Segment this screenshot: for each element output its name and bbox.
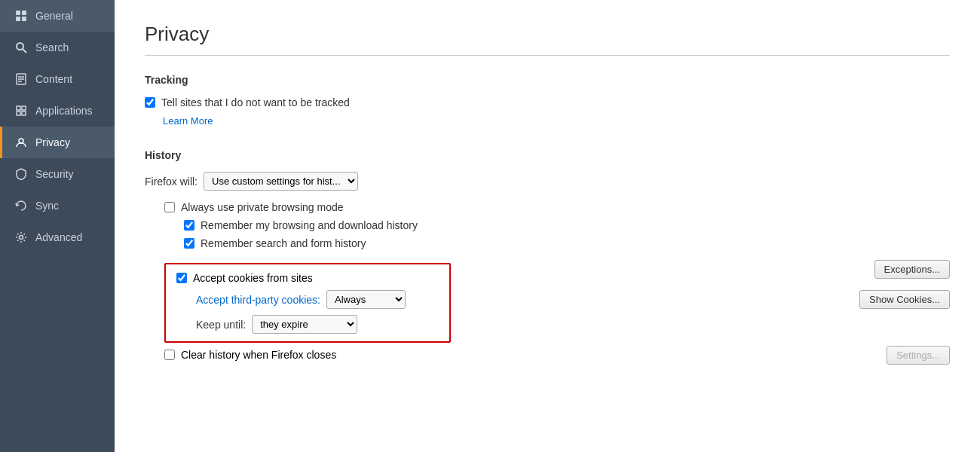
accept-cookies-checkbox[interactable] bbox=[176, 273, 187, 283]
sidebar-item-search[interactable]: Search bbox=[0, 32, 115, 63]
remember-search-row: Remember search and form history bbox=[184, 237, 950, 249]
clear-history-checkbox[interactable] bbox=[164, 350, 175, 360]
svg-rect-0 bbox=[16, 11, 20, 15]
sidebar: General Search Content Applications bbox=[0, 0, 115, 452]
page-title: Privacy bbox=[145, 23, 950, 46]
remember-browsing-label[interactable]: Remember my browsing and download histor… bbox=[201, 219, 418, 231]
settings-button[interactable]: Settings... bbox=[887, 346, 950, 365]
sidebar-item-content[interactable]: Content bbox=[0, 63, 115, 95]
privacy-icon bbox=[14, 136, 28, 149]
sidebar-item-label: Privacy bbox=[35, 136, 70, 148]
sidebar-item-label: Security bbox=[35, 168, 74, 180]
sidebar-item-label: Applications bbox=[35, 105, 93, 117]
always-private-label[interactable]: Always use private browsing mode bbox=[181, 201, 344, 213]
search-icon bbox=[14, 41, 28, 54]
remember-browsing-row: Remember my browsing and download histor… bbox=[184, 219, 950, 231]
svg-rect-3 bbox=[22, 17, 26, 21]
tracking-section: Tracking Tell sites that I do not want t… bbox=[145, 74, 950, 127]
sidebar-item-advanced[interactable]: Advanced bbox=[0, 221, 115, 253]
keep-until-row: Keep until: they expire I close Firefox … bbox=[196, 315, 439, 334]
accept-cookies-label[interactable]: Accept cookies from sites bbox=[193, 272, 313, 284]
advanced-icon bbox=[14, 231, 28, 244]
clear-history-label[interactable]: Clear history when Firefox closes bbox=[181, 349, 336, 361]
sidebar-item-label: General bbox=[35, 10, 73, 22]
sidebar-item-label: Advanced bbox=[35, 231, 82, 243]
cookies-box: Accept cookies from sites Accept third-p… bbox=[164, 263, 451, 343]
learn-more-link[interactable]: Learn More bbox=[163, 115, 213, 127]
sidebar-item-general[interactable]: General bbox=[0, 0, 115, 32]
third-party-label: Accept third-party cookies: bbox=[196, 294, 320, 306]
show-cookies-button[interactable]: Show Cookies... bbox=[859, 290, 950, 309]
sidebar-item-security[interactable]: Security bbox=[0, 158, 115, 190]
firefox-will-label: Firefox will: bbox=[145, 176, 198, 188]
svg-point-10 bbox=[19, 139, 23, 143]
main-content: Privacy Tracking Tell sites that I do no… bbox=[115, 0, 980, 452]
document-icon bbox=[14, 72, 28, 86]
svg-rect-1 bbox=[22, 11, 26, 15]
exceptions-button[interactable]: Exceptions... bbox=[874, 260, 950, 279]
firefox-will-dropdown[interactable]: Use custom settings for hist... Remember… bbox=[204, 172, 358, 191]
sidebar-item-label: Search bbox=[35, 41, 69, 53]
sidebar-item-label: Sync bbox=[35, 200, 59, 212]
always-private-row: Always use private browsing mode bbox=[164, 201, 950, 213]
sidebar-item-sync[interactable]: Sync bbox=[0, 190, 115, 221]
remember-search-label[interactable]: Remember search and form history bbox=[201, 237, 366, 249]
sync-icon bbox=[14, 199, 28, 212]
tracking-checkbox[interactable] bbox=[145, 97, 155, 108]
svg-rect-2 bbox=[16, 17, 20, 21]
remember-browsing-checkbox[interactable] bbox=[184, 220, 194, 231]
firefox-will-row: Firefox will: Use custom settings for hi… bbox=[145, 172, 950, 191]
sidebar-item-privacy[interactable]: Privacy bbox=[0, 127, 115, 158]
always-private-checkbox[interactable] bbox=[164, 202, 175, 212]
svg-point-11 bbox=[20, 236, 23, 240]
clear-history-row: Clear history when Firefox closes Settin… bbox=[164, 349, 950, 361]
history-section: History Firefox will: Use custom setting… bbox=[145, 149, 950, 361]
title-divider bbox=[145, 55, 950, 56]
keep-until-dropdown[interactable]: they expire I close Firefox ask me every… bbox=[252, 315, 357, 334]
third-party-dropdown[interactable]: Always From visited Never bbox=[326, 290, 406, 309]
apps-icon bbox=[14, 104, 28, 118]
third-party-row: Accept third-party cookies: Always From … bbox=[196, 290, 439, 309]
tracking-section-title: Tracking bbox=[145, 74, 950, 86]
sidebar-item-applications[interactable]: Applications bbox=[0, 95, 115, 127]
remember-search-checkbox[interactable] bbox=[184, 238, 194, 249]
history-section-title: History bbox=[145, 149, 950, 161]
sidebar-item-label: Content bbox=[35, 73, 72, 85]
tracking-checkbox-label[interactable]: Tell sites that I do not want to be trac… bbox=[161, 96, 350, 108]
svg-point-4 bbox=[17, 43, 23, 50]
grid-icon bbox=[14, 9, 28, 23]
security-icon bbox=[14, 167, 28, 181]
keep-until-label: Keep until: bbox=[196, 319, 246, 331]
accept-cookies-row: Accept cookies from sites bbox=[176, 272, 439, 284]
tracking-checkbox-row: Tell sites that I do not want to be trac… bbox=[145, 96, 950, 108]
svg-line-5 bbox=[23, 49, 26, 53]
